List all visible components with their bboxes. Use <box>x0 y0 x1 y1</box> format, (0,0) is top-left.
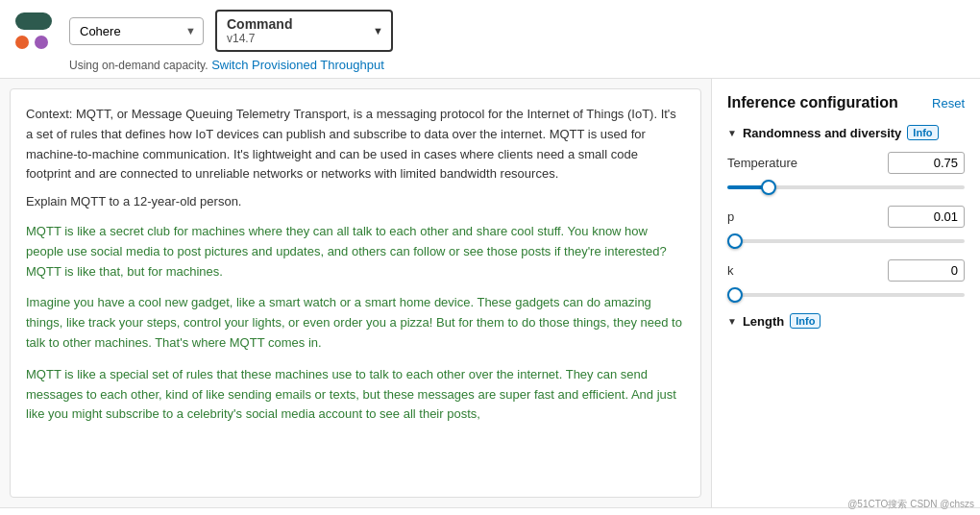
randomness-triangle-icon: ▼ <box>727 128 737 138</box>
watermark: @51CTO搜索 CSDN @chszs <box>847 498 974 511</box>
provider-select[interactable]: Cohere Amazon Anthropic <box>69 17 204 45</box>
bottom-bar: Run <box>0 507 980 515</box>
right-panel: Inference configuration Reset ▼ Randomne… <box>711 79 980 507</box>
capacity-row: Using on-demand capacity. Switch Provisi… <box>15 58 965 72</box>
k-row: k <box>727 259 965 300</box>
main-content: Context: MQTT, or Message Queuing Teleme… <box>0 79 980 507</box>
logo-dots <box>15 36 48 49</box>
chat-area[interactable]: Context: MQTT, or Message Queuing Teleme… <box>10 88 701 498</box>
length-section-header[interactable]: ▼ Length Info <box>727 313 965 329</box>
model-arrow-icon: ▼ <box>373 25 383 37</box>
k-input[interactable] <box>888 259 965 282</box>
top-section: Cohere Amazon Anthropic ▼ Command v14.7 … <box>0 0 980 79</box>
randomness-info-badge[interactable]: Info <box>907 125 938 140</box>
response-paragraph-3: MQTT is like a special set of rules that… <box>26 365 685 425</box>
length-triangle-icon: ▼ <box>727 316 737 327</box>
p-label-row: p <box>727 206 965 228</box>
model-select[interactable]: Command v14.7 ▼ <box>215 10 393 52</box>
k-label: k <box>727 263 734 278</box>
switch-throughput-link[interactable]: Switch Provisioned Throughput <box>211 58 384 72</box>
length-section: ▼ Length Info <box>727 313 965 329</box>
capacity-text: Using on-demand capacity. <box>69 59 208 72</box>
temperature-slider-container <box>727 178 965 192</box>
model-version: v14.7 <box>227 32 364 45</box>
p-row: p <box>727 206 965 246</box>
p-input[interactable] <box>888 206 965 228</box>
response-paragraph-2: Imagine you have a cool new gadget, like… <box>26 293 685 353</box>
p-slider[interactable] <box>727 239 965 243</box>
dot-orange <box>15 36 29 49</box>
logo <box>15 10 58 52</box>
model-name: Command <box>227 16 364 32</box>
temperature-input[interactable] <box>888 152 965 174</box>
p-label: p <box>727 209 734 224</box>
response-paragraph-1: MQTT is like a secret club for machines … <box>26 222 685 282</box>
length-info-badge[interactable]: Info <box>790 313 821 329</box>
temperature-row: Temperature <box>727 152 965 192</box>
temperature-label-row: Temperature <box>727 152 965 174</box>
inference-header: Inference configuration Reset <box>727 94 965 111</box>
randomness-label: Randomness and diversity <box>743 126 901 140</box>
temperature-label: Temperature <box>727 156 797 170</box>
prompt-paragraph: Explain MQTT to a 12-year-old person. <box>26 192 685 212</box>
top-row: Cohere Amazon Anthropic ▼ Command v14.7 … <box>15 10 965 52</box>
inference-title: Inference configuration <box>727 94 898 111</box>
provider-select-wrapper[interactable]: Cohere Amazon Anthropic ▼ <box>69 17 204 45</box>
reset-link[interactable]: Reset <box>932 96 965 110</box>
k-slider-container <box>727 285 965 300</box>
k-label-row: k <box>727 259 965 282</box>
logo-rect <box>15 12 52 30</box>
length-label: Length <box>743 314 784 329</box>
dot-purple <box>35 36 48 49</box>
randomness-section-header[interactable]: ▼ Randomness and diversity Info <box>727 125 965 140</box>
model-select-inner: Command v14.7 <box>227 16 364 45</box>
context-paragraph: Context: MQTT, or Message Queuing Teleme… <box>26 105 685 184</box>
p-slider-container <box>727 232 965 246</box>
k-slider[interactable] <box>727 293 965 297</box>
temperature-slider[interactable] <box>727 185 965 189</box>
